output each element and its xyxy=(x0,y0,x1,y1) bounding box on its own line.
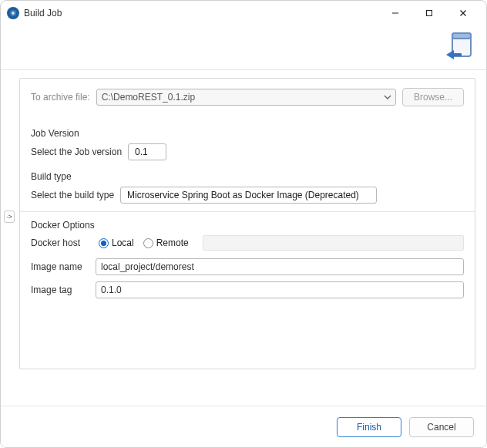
window-title: Build Job xyxy=(24,8,62,19)
job-version-select[interactable]: 0.1 xyxy=(128,143,166,160)
archive-file-combo[interactable] xyxy=(96,89,396,106)
job-version-label: Select the Job version xyxy=(31,147,122,157)
docker-host-remote-label: Remote xyxy=(156,237,189,248)
radio-checked-icon xyxy=(99,238,109,248)
image-name-label: Image name xyxy=(31,261,89,272)
maximize-button[interactable] xyxy=(412,2,446,25)
build-type-select[interactable]: Microservice Spring Boot as Docker Image… xyxy=(120,187,377,204)
archive-file-input[interactable] xyxy=(96,89,396,106)
dialog-footer: Finish Cancel xyxy=(1,406,486,447)
image-name-input[interactable] xyxy=(96,258,464,275)
dialog-banner xyxy=(1,25,486,70)
image-tag-input[interactable] xyxy=(96,281,464,298)
docker-host-local-radio[interactable]: Local xyxy=(99,237,134,248)
radio-unchecked-icon xyxy=(143,238,153,248)
close-button[interactable] xyxy=(446,2,480,25)
titlebar: Build Job xyxy=(1,1,486,25)
docker-host-label: Docker host xyxy=(31,237,89,248)
export-archive-icon xyxy=(442,29,479,66)
browse-button[interactable]: Browse... xyxy=(402,88,464,106)
build-job-panel: To archive file: Browse... Job Version S… xyxy=(19,78,475,369)
svg-rect-6 xyxy=(452,33,471,39)
job-version-group-title: Job Version xyxy=(31,128,464,139)
app-icon xyxy=(7,7,19,19)
side-expand-handle[interactable]: ·> xyxy=(4,211,15,223)
build-type-group-title: Build type xyxy=(31,171,464,182)
docker-host-remote-field xyxy=(203,235,464,251)
archive-file-label: To archive file: xyxy=(31,92,90,103)
cancel-button[interactable]: Cancel xyxy=(409,417,474,437)
build-type-label: Select the build type xyxy=(31,190,114,200)
finish-button[interactable]: Finish xyxy=(337,417,401,437)
docker-host-local-label: Local xyxy=(112,237,134,248)
image-tag-label: Image tag xyxy=(31,285,89,295)
docker-options-group-title: Docker Options xyxy=(31,220,464,231)
docker-host-remote-radio[interactable]: Remote xyxy=(143,237,189,248)
build-type-value: Microservice Spring Boot as Docker Image… xyxy=(127,190,359,200)
svg-rect-2 xyxy=(427,11,432,16)
job-version-value: 0.1 xyxy=(135,147,148,157)
minimize-button[interactable] xyxy=(378,2,412,25)
section-divider xyxy=(20,211,475,212)
